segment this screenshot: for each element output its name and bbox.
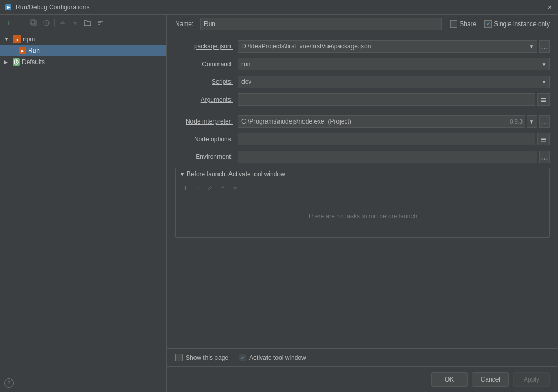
node-options-row: Node options: [175,132,550,146]
svg-rect-16 [541,101,546,102]
app-icon: ▶ [4,3,13,11]
node-version: 8.9.3 [508,115,525,128]
scripts-label: Scripts: [175,78,238,85]
svg-rect-18 [541,139,546,140]
svg-marker-21 [221,186,225,188]
command-label: Command: [175,60,238,68]
tree-arrow-defaults: ▶ [4,59,10,65]
activate-tool-label: Activate tool window [249,354,306,361]
cancel-button[interactable]: Cancel [472,372,509,387]
before-launch-header[interactable]: ▼ Before launch: Activate tool window [176,168,549,180]
before-launch-section: ▼ Before launch: Activate tool window + … [175,168,550,238]
scripts-dropdown[interactable]: ▼ [539,76,550,88]
command-dropdown[interactable]: ▼ [539,58,550,70]
sort-button[interactable] [94,17,106,29]
single-instance-checkbox[interactable] [484,20,492,28]
node-options-expand-button[interactable] [537,133,550,145]
defaults-icon [13,58,20,66]
bottom-checkboxes: Show this page Activate tool window [167,348,558,366]
dialog-footer: OK Cancel Apply [167,366,558,392]
config-tree: ▼ n npm ▶ Run ▶ Defaults [0,31,166,374]
help-icon-left[interactable]: ? [4,378,14,388]
tree-npm-group[interactable]: ▼ n npm [0,33,166,45]
before-launch-edit-button[interactable] [205,182,215,193]
left-panel-footer: ? [0,374,166,392]
name-label: Name: [175,20,196,28]
name-input[interactable] [200,18,442,30]
svg-text:▶: ▶ [7,5,11,10]
package-json-more-button[interactable]: … [539,40,550,53]
scripts-row: Scripts: ▼ [175,75,550,89]
npm-icon: n [13,35,21,43]
environment-input[interactable] [238,151,537,163]
show-page-label: Show this page [186,354,228,361]
svg-rect-19 [541,141,546,142]
node-options-label: Node options: [175,136,238,143]
before-launch-toolbar: + − [176,180,549,195]
ok-button[interactable]: OK [431,372,468,387]
environment-row: Environment: … [175,150,550,164]
run-config-icon: ▶ [19,47,26,54]
activate-tool-check-item[interactable]: Activate tool window [239,354,306,361]
node-options-input[interactable] [238,133,535,145]
command-input[interactable] [238,58,539,70]
single-instance-label: Single instance only [494,20,550,28]
environment-more-button[interactable]: … [539,151,550,163]
command-row: Command: ▼ [175,57,550,71]
folder-button[interactable] [82,17,93,29]
show-page-checkbox[interactable] [175,354,183,361]
add-config-button[interactable]: + [3,17,15,29]
arguments-expand-button[interactable] [537,93,550,106]
share-checkbox[interactable] [450,20,457,28]
svg-line-13 [16,62,17,63]
remove-config-button[interactable]: − [16,17,27,29]
title-bar: ▶ Run/Debug Configurations × [0,0,558,15]
environment-label: Environment: [175,153,238,161]
copy-config-button[interactable] [28,17,40,29]
before-launch-arrow-icon: ▼ [180,172,185,177]
before-launch-remove-button[interactable]: − [192,182,203,193]
left-panel: + − + [0,15,167,392]
tree-run-label: Run [28,47,40,54]
tree-npm-label: npm [23,35,35,43]
node-interpreter-more-button[interactable]: … [539,115,550,128]
before-launch-empty-text: There are no tasks to run before launch [176,195,549,237]
left-toolbar: + − + [0,15,166,31]
move-to-group-button[interactable]: + [41,17,52,29]
tree-run-item[interactable]: ▶ Run [0,45,166,56]
package-json-row: package.json: ▼ … [175,40,550,53]
apply-button[interactable]: Apply [513,372,550,387]
package-json-dropdown[interactable]: ▼ [527,40,537,53]
show-page-check-item[interactable]: Show this page [175,354,228,361]
dialog-title: Run/Debug Configurations [16,4,89,11]
activate-tool-checkbox[interactable] [239,354,246,361]
move-up-button[interactable] [57,17,68,29]
before-launch-down-button[interactable] [230,182,240,193]
close-button[interactable]: × [545,3,554,11]
move-down-button[interactable] [69,17,81,29]
svg-rect-17 [541,138,546,139]
scripts-input[interactable] [238,76,539,88]
before-launch-title: Before launch: Activate tool window [187,170,285,178]
config-form: package.json: ▼ … Command: ▼ [167,33,558,348]
arguments-input[interactable] [238,93,535,106]
right-panel: Name: Share Single instance only package… [167,15,558,392]
svg-marker-7 [72,22,78,25]
tree-arrow-npm: ▼ [4,36,10,42]
before-launch-up-button[interactable] [217,182,228,193]
package-json-label: package.json: [175,43,238,50]
svg-marker-22 [233,187,237,190]
before-launch-add-button[interactable]: + [180,182,190,193]
share-label: Share [459,20,476,28]
node-interpreter-row: Node interpreter: 8.9.3 ▼ … [175,115,550,128]
tree-defaults-item[interactable]: ▶ Defaults [0,56,166,68]
node-interpreter-label: Node interpreter: [175,118,238,125]
svg-text:+: + [45,21,48,26]
node-interpreter-input[interactable] [238,115,508,128]
svg-rect-3 [31,20,35,24]
package-json-input[interactable] [238,40,527,53]
svg-rect-15 [541,100,546,101]
arguments-row: Arguments: [175,93,550,106]
node-interpreter-dropdown[interactable]: ▼ [527,115,537,128]
top-options-bar: Name: Share Single instance only [167,15,558,33]
